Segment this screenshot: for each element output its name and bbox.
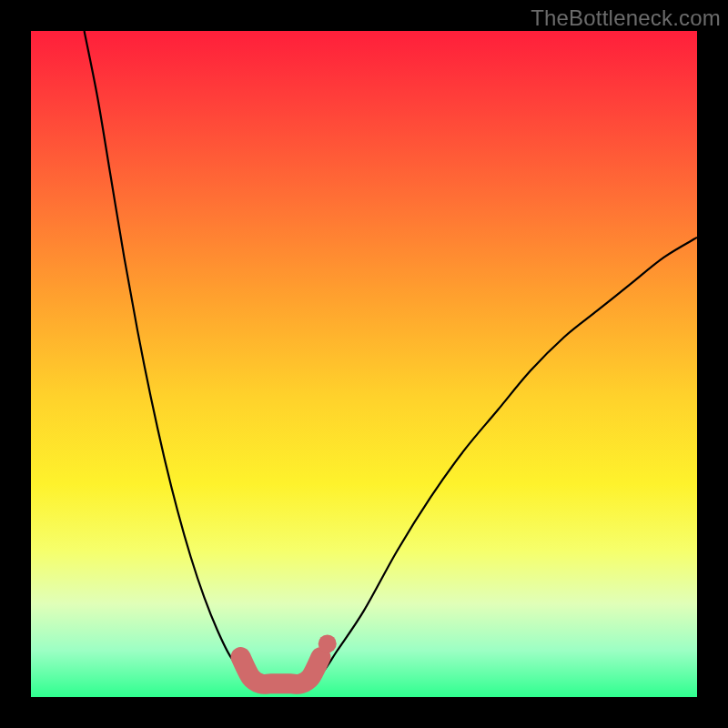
left-branch-curve <box>85 31 265 684</box>
chart-outer-frame: TheBottleneck.com <box>0 0 728 728</box>
valley-end-dot <box>318 634 337 652</box>
chart-svg <box>31 31 697 697</box>
chart-plot-area <box>31 31 697 697</box>
valley-highlight-curve <box>241 657 321 684</box>
watermark-text: TheBottleneck.com <box>531 5 721 31</box>
right-branch-curve <box>310 238 697 683</box>
